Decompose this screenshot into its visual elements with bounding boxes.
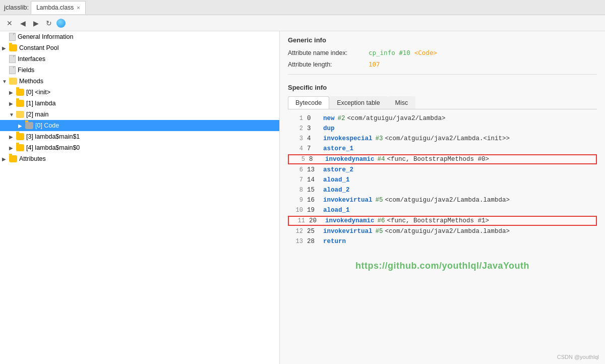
bytecode-row-10: 10 19 aload_1 bbox=[288, 205, 597, 215]
bytecode-container: 1 0 new #2 <com/atguigu/java2/Lambda> 2 … bbox=[280, 109, 605, 251]
tree-item-lambda-main1[interactable]: ▶ [3] lambda$main$1 bbox=[0, 131, 279, 142]
main-layout: General Information ▶ Constant Pool Inte… bbox=[0, 31, 605, 364]
instr-4: astore_1 bbox=[323, 145, 353, 152]
tree-arrow-methods: ▼ bbox=[2, 79, 9, 84]
instr-12: invokevirtual bbox=[323, 228, 373, 235]
bytecode-row-11: 11 20 invokedynamic #6 <func, BootstrapM… bbox=[288, 216, 597, 226]
bytecode-row-9: 9 16 invokevirtual #5 <com/atguigu/java2… bbox=[288, 195, 597, 205]
ref-9[interactable]: #5 bbox=[376, 197, 383, 204]
tree-arrow-main: ▼ bbox=[9, 112, 16, 117]
forward-icon: ▶ bbox=[33, 19, 39, 27]
ref-1[interactable]: #2 bbox=[338, 115, 345, 122]
offset-13: 28 bbox=[307, 238, 321, 245]
instr-13: return bbox=[323, 238, 346, 245]
attr-length-row: Attribute length: 107 bbox=[280, 58, 605, 70]
linenum-5: 5 bbox=[290, 156, 305, 163]
comment-12: <com/atguigu/java2/Lambda.lambda> bbox=[385, 228, 510, 235]
tree-item-methods[interactable]: ▼ Methods bbox=[0, 76, 279, 87]
folder-icon-lambda bbox=[16, 100, 24, 107]
file-tab[interactable]: Lambda.class × bbox=[31, 1, 85, 14]
attr-name-label: Attribute name index: bbox=[288, 49, 369, 56]
comment-1: <com/atguigu/java2/Lambda> bbox=[347, 115, 446, 122]
bytecode-row-6: 6 13 astore_2 bbox=[288, 165, 597, 175]
tree-item-general[interactable]: General Information bbox=[0, 31, 279, 42]
ref-11[interactable]: #6 bbox=[378, 217, 385, 224]
attr-name-orange[interactable]: <Code> bbox=[414, 49, 437, 56]
offset-8: 15 bbox=[307, 187, 321, 194]
tree-item-lambda-main0[interactable]: ▶ [4] lambda$main$0 bbox=[0, 142, 279, 153]
linenum-6: 6 bbox=[288, 166, 303, 173]
folder-icon-constant-pool bbox=[9, 44, 17, 51]
linenum-9: 9 bbox=[288, 197, 303, 204]
tree-label-lambda-main0: [4] lambda$main$0 bbox=[26, 144, 80, 151]
tree-item-fields[interactable]: Fields bbox=[0, 65, 279, 76]
attr-name-green[interactable]: cp_info #10 bbox=[369, 49, 410, 56]
ref-12[interactable]: #5 bbox=[376, 228, 383, 235]
tree-item-attributes[interactable]: ▶ Attributes bbox=[0, 153, 279, 164]
tab-close-icon[interactable]: × bbox=[77, 5, 80, 11]
forward-button[interactable]: ▶ bbox=[30, 18, 41, 29]
app-name: jclasslib: bbox=[4, 4, 29, 11]
refresh-button[interactable]: ↻ bbox=[43, 18, 54, 29]
bytecode-row-2: 2 3 dup bbox=[288, 124, 597, 134]
tree-arrow-main-code: ▶ bbox=[18, 123, 25, 129]
folder-icon-init bbox=[16, 89, 24, 96]
tree-label-init: [0] <init> bbox=[26, 89, 50, 96]
folder-icon-lambda-main0 bbox=[16, 144, 24, 151]
tree-label-constant-pool: Constant Pool bbox=[19, 44, 59, 51]
offset-3: 4 bbox=[307, 135, 321, 142]
linenum-7: 7 bbox=[288, 176, 303, 184]
instr-5: invokedynamic bbox=[325, 156, 375, 163]
offset-9: 16 bbox=[307, 197, 321, 204]
linenum-2: 2 bbox=[288, 125, 303, 132]
comment-11: <func, BootstrapMethods #1> bbox=[387, 217, 490, 224]
tree-label-main-code: [0] Code bbox=[35, 122, 59, 129]
ref-3[interactable]: #3 bbox=[376, 135, 383, 142]
linenum-1: 1 bbox=[288, 115, 303, 122]
toolbar: ✕ ◀ ▶ ↻ bbox=[0, 15, 605, 31]
instr-1: new bbox=[323, 115, 335, 122]
linenum-11: 11 bbox=[290, 217, 305, 224]
tree-item-constant-pool[interactable]: ▶ Constant Pool bbox=[0, 42, 279, 53]
status-icon bbox=[56, 19, 66, 28]
tree-item-main-code[interactable]: ▶ [0] Code bbox=[0, 120, 279, 131]
close-button[interactable]: ✕ bbox=[4, 18, 15, 29]
tree-item-init[interactable]: ▶ [0] <init> bbox=[0, 87, 279, 98]
divider-1 bbox=[288, 74, 597, 75]
tree-item-lambda[interactable]: ▶ [1] lambda bbox=[0, 98, 279, 109]
tree-arrow-constant-pool: ▶ bbox=[2, 45, 9, 51]
tree-label-lambda: [1] lambda bbox=[26, 100, 55, 107]
tree-label-interfaces: Interfaces bbox=[18, 55, 45, 63]
instr-8: aload_2 bbox=[323, 187, 350, 194]
tab-bytecode[interactable]: Bytecode bbox=[288, 96, 329, 109]
linenum-12: 12 bbox=[288, 228, 303, 235]
tree-item-interfaces[interactable]: Interfaces bbox=[0, 53, 279, 65]
comment-3: <com/atguigu/java2/Lambda.<init>> bbox=[385, 135, 510, 142]
back-icon: ◀ bbox=[20, 19, 26, 27]
tab-misc[interactable]: Misc bbox=[388, 96, 416, 109]
back-button[interactable]: ◀ bbox=[17, 18, 28, 29]
offset-11: 20 bbox=[309, 217, 323, 224]
instr-6: astore_2 bbox=[323, 166, 353, 173]
instr-7: aload_1 bbox=[323, 176, 350, 184]
close-icon: ✕ bbox=[7, 19, 13, 27]
tree-label-main: [2] main bbox=[26, 111, 48, 118]
offset-5: 8 bbox=[309, 156, 323, 163]
bytecode-row-7: 7 14 aload_1 bbox=[288, 175, 597, 185]
offset-1: 0 bbox=[307, 115, 321, 122]
ref-5[interactable]: #4 bbox=[378, 156, 385, 163]
offset-7: 14 bbox=[307, 176, 321, 184]
tree-arrow-lambda-main1: ▶ bbox=[9, 134, 16, 140]
tree-label-fields: Fields bbox=[18, 67, 34, 74]
generic-info-header: Generic info bbox=[280, 31, 605, 47]
attr-length-label: Attribute length: bbox=[288, 61, 369, 68]
attr-length-value: 107 bbox=[369, 60, 380, 68]
tab-exception-table[interactable]: Exception table bbox=[329, 96, 387, 109]
bytecode-row-4: 4 7 astore_1 bbox=[288, 144, 597, 154]
bytecode-row-1: 1 0 new #2 <com/atguigu/java2/Lambda> bbox=[288, 113, 597, 124]
right-panel: Generic info Attribute name index: cp_in… bbox=[280, 31, 605, 364]
offset-4: 7 bbox=[307, 145, 321, 152]
linenum-3: 3 bbox=[288, 135, 303, 142]
tree-item-main[interactable]: ▼ [2] main bbox=[0, 109, 279, 120]
attr-name-row: Attribute name index: cp_info #10 <Code> bbox=[280, 47, 605, 58]
